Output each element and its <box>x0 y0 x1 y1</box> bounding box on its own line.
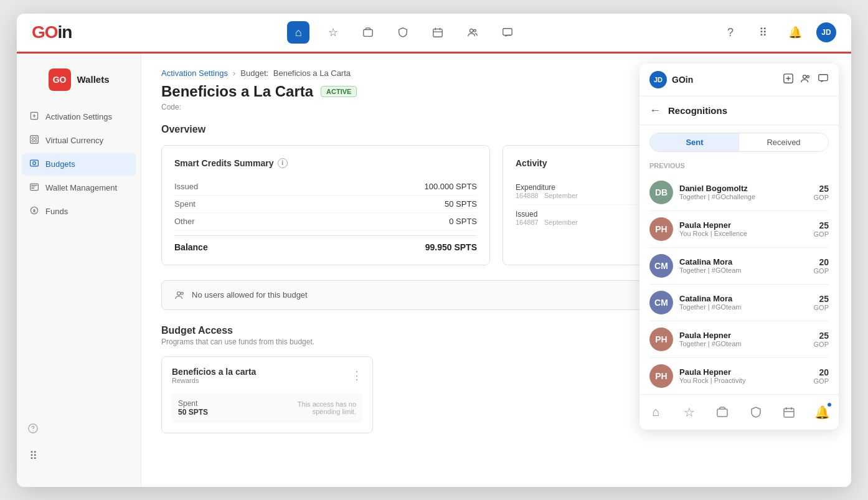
help-icon[interactable]: ? <box>719 21 742 44</box>
breadcrumb-budget: Budget: Beneficios a La Carta <box>240 68 351 78</box>
sidebar-grid-icon[interactable]: ⠿ <box>22 445 44 467</box>
grid-icon[interactable]: ⠿ <box>752 21 774 44</box>
logo-in: in <box>58 22 72 42</box>
program-spent-row: Spent 50 SPTS This access has no spendin… <box>172 393 362 423</box>
recog-points-1: 25 GOP <box>814 220 829 238</box>
users-icon <box>174 290 186 301</box>
logo: GOin <box>32 22 72 42</box>
browser-window: GOin ⌂ ☆ ? ⠿ 🔔 JD <box>17 14 851 487</box>
sidebar: GO Wallets Activation Settings Virtual C… <box>17 54 141 487</box>
recog-currency-1: GOP <box>814 230 829 238</box>
recog-item-4: PH Paula Hepner Together | #GOteam 25 GO… <box>649 321 829 358</box>
funds-icon <box>29 205 39 218</box>
issued-value: 100.000 SPTS <box>424 182 477 191</box>
calendar-nav-btn[interactable] <box>427 21 449 44</box>
team-nav-btn[interactable] <box>461 21 484 44</box>
recog-info-2: Catalina Mora Together | #GOteam <box>679 257 808 274</box>
recog-avatar-4: PH <box>649 328 673 351</box>
svg-point-20 <box>803 75 806 78</box>
panel-home-btn[interactable]: ⌂ <box>645 401 668 423</box>
panel-add-icon[interactable] <box>783 73 794 87</box>
svg-rect-11 <box>31 160 39 166</box>
bell-icon[interactable]: 🔔 <box>784 21 806 44</box>
recog-amount-1: 25 <box>819 220 829 230</box>
other-label: Other <box>174 217 195 226</box>
svg-rect-0 <box>364 30 372 37</box>
recog-name-2: Catalina Mora <box>679 257 808 267</box>
smart-credits-info-icon[interactable]: i <box>278 158 288 168</box>
smart-credits-title: Smart Credits Summary i <box>174 158 477 168</box>
recog-info-5: Paula Hepner You Rock | Proactivity <box>679 367 808 384</box>
tab-received[interactable]: Received <box>739 133 828 151</box>
budget-access-text: Budget Access Programs that can use fund… <box>161 325 314 346</box>
recog-points-4: 25 GOP <box>814 331 829 348</box>
svg-point-21 <box>807 75 809 78</box>
recog-amount-4: 25 <box>819 331 829 341</box>
sidebar-item-activation[interactable]: Activation Settings <box>22 106 136 128</box>
sidebar-item-funds[interactable]: Funds <box>22 200 136 223</box>
panel-bell-btn[interactable]: 🔔 <box>811 401 833 423</box>
program-card: Beneficios a la carta Rewards ⋮ Spent 50… <box>161 356 373 433</box>
panel-header-icons <box>783 73 829 87</box>
svg-point-3 <box>474 30 476 32</box>
panel-team-icon[interactable] <box>800 73 811 87</box>
panel-star-btn[interactable]: ☆ <box>678 401 701 423</box>
wallet-mgmt-icon <box>29 182 39 194</box>
activation-label: Activation Settings <box>45 112 112 121</box>
three-dot-menu[interactable]: ⋮ <box>351 369 362 382</box>
recog-points-5: 20 GOP <box>814 367 829 385</box>
recog-name-5: Paula Hepner <box>679 367 808 377</box>
recog-detail-1: You Rock | Excellence <box>679 230 808 237</box>
spent-value-prog: 50 SPTS <box>178 408 208 417</box>
recog-currency-0: GOP <box>814 194 829 201</box>
panel-wallet-btn[interactable] <box>711 401 734 423</box>
sidebar-item-budgets[interactable]: Budgets <box>22 153 136 176</box>
svg-rect-4 <box>503 29 512 35</box>
sidebar-item-wallet-management[interactable]: Wallet Management <box>22 177 136 199</box>
panel-title: GOin <box>672 75 693 85</box>
recog-name-3: Catalina Mora <box>679 294 808 303</box>
currency-icon <box>29 134 39 147</box>
other-value: 0 SPTS <box>449 217 477 226</box>
issued-act-label: Issued <box>516 210 537 219</box>
panel-header: JD GOin <box>639 64 839 97</box>
other-row: Other 0 SPTS <box>174 213 477 230</box>
shield-nav-btn[interactable] <box>392 21 414 44</box>
recog-amount-3: 25 <box>819 294 829 304</box>
budget-access-subtitle: Programs that can use funds from this bu… <box>161 337 314 346</box>
home-nav-btn[interactable]: ⌂ <box>287 21 309 44</box>
panel-shield-btn[interactable] <box>745 401 767 423</box>
breadcrumb-budget-name[interactable]: Beneficios a La Carta <box>273 68 351 78</box>
chat-nav-btn[interactable] <box>496 21 519 44</box>
sidebar-wallets-label: Wallets <box>77 74 110 85</box>
recognitions-title: Recognitions <box>668 105 727 116</box>
program-name: Beneficios a la carta <box>172 367 256 377</box>
sidebar-help-icon[interactable] <box>22 417 44 440</box>
wallet-nav-btn[interactable] <box>357 21 379 44</box>
budget-access-title: Budget Access <box>161 325 314 336</box>
recog-item-2: CM Catalina Mora Together | #GOteam 20 G… <box>649 248 829 285</box>
recognition-list: DB Daniel Bogomoltz Together | #GOchalle… <box>639 174 839 394</box>
budgets-label: Budgets <box>45 159 75 169</box>
sidebar-item-virtual-currency[interactable]: Virtual Currency <box>22 130 136 152</box>
program-name-area: Beneficios a la carta Rewards <box>172 367 256 384</box>
recog-item-3: CM Catalina Mora Together | #GOteam 25 G… <box>649 285 829 321</box>
breadcrumb-budget-prefix: Budget: <box>240 68 268 78</box>
recog-currency-4: GOP <box>814 341 829 348</box>
user-avatar[interactable]: JD <box>816 22 836 42</box>
spent-label-prog: Spent <box>178 399 208 408</box>
svg-rect-23 <box>717 409 727 417</box>
panel-chat-icon[interactable] <box>818 73 829 87</box>
recog-avatar-3: CM <box>649 291 673 314</box>
recog-avatar-5: PH <box>649 364 673 388</box>
recog-info-0: Daniel Bogomoltz Together | #GOchallenge <box>679 184 808 200</box>
tab-sent[interactable]: Sent <box>650 133 739 151</box>
breadcrumb-activation[interactable]: Activation Settings <box>161 68 228 78</box>
page-title: Beneficios a La Carta <box>161 83 313 100</box>
recog-name-1: Paula Hepner <box>679 220 808 230</box>
star-nav-btn[interactable]: ☆ <box>322 21 344 44</box>
svg-rect-1 <box>433 29 442 37</box>
panel-calendar-btn[interactable] <box>778 401 800 423</box>
recog-name-4: Paula Hepner <box>679 331 808 340</box>
panel-back-btn[interactable]: ← <box>649 104 661 117</box>
